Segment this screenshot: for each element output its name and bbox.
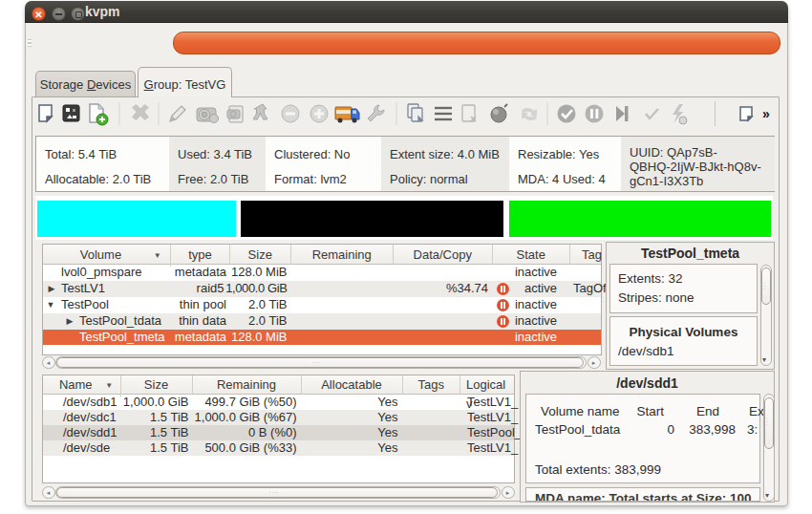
svg-text:»: » — [762, 106, 770, 121]
